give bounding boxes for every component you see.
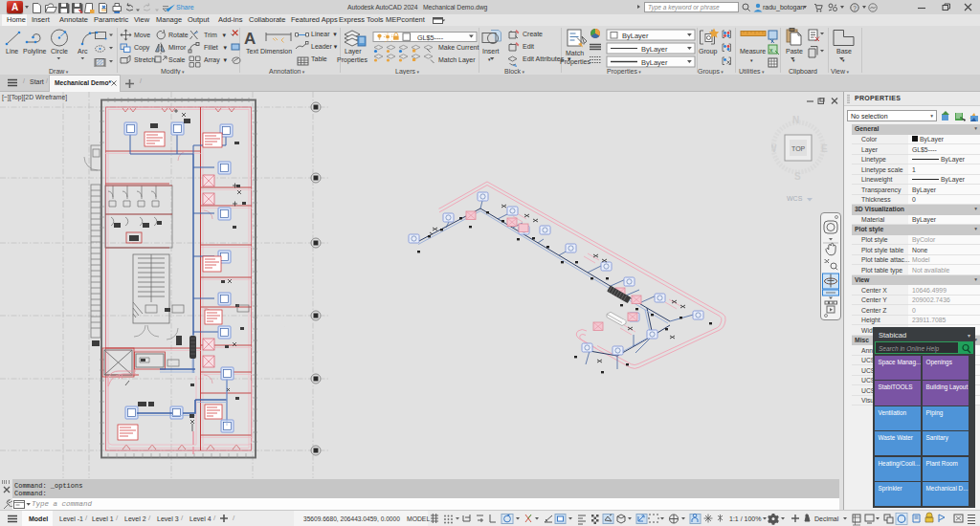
svg-text:ByLayer: ByLayer	[641, 58, 668, 67]
svg-text:ByLayer: ByLayer	[622, 32, 649, 40]
svg-text:A: A	[244, 30, 256, 48]
svg-text:S: S	[794, 171, 801, 182]
svg-text:WCS: WCS	[787, 195, 803, 202]
svg-text:1:1 / 100%: 1:1 / 100%	[729, 515, 761, 522]
svg-text:Decimal: Decimal	[814, 515, 839, 522]
svg-text:N: N	[792, 115, 799, 125]
svg-text:GL$5----: GL$5----	[417, 33, 444, 42]
svg-text:W: W	[771, 143, 777, 154]
svg-text:E: E	[821, 143, 828, 154]
svg-text:ByLayer: ByLayer	[641, 45, 668, 54]
svg-text:TOP: TOP	[791, 145, 806, 152]
svg-text:x: x	[769, 47, 773, 54]
svg-text:?: ?	[853, 4, 857, 11]
